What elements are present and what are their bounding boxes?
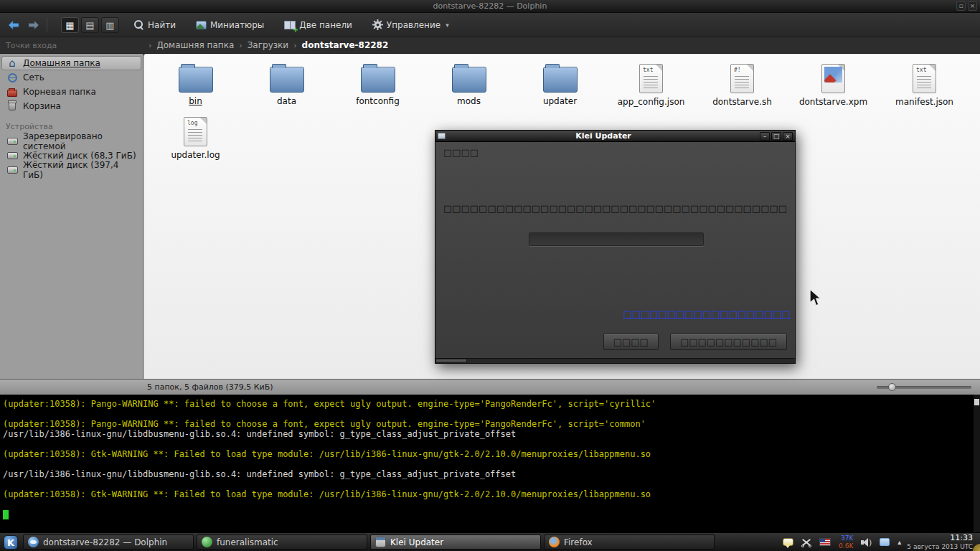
zoom-slider[interactable]: [877, 386, 971, 389]
task-dolphin[interactable]: dontstarve-82282 — Dolphin: [23, 534, 194, 550]
back-button[interactable]: [4, 17, 23, 34]
task-firefox[interactable]: Firefox: [544, 534, 715, 550]
terminal-line: (updater:10358): Pango-WARNING **: faile…: [3, 419, 971, 429]
dialog-status-message: □□□□□□□□□□□□□□□□□□□□□□□□□□□□□□□□□□□□□□□: [435, 203, 795, 214]
dolphin-subbar: Точки входа › Домашняя папка › Загрузки …: [0, 37, 980, 54]
klei-dialog-titlebar[interactable]: Klei Updater – □ ×: [435, 131, 795, 142]
terminal-line: (updater:10358): Gtk-WARNING **: Failed …: [3, 489, 971, 499]
dialog-body: □□□□ □□□□□□□□□□□□□□□□□□□□□□□□□□□□□□□□□□□…: [435, 142, 795, 363]
control-button-label: Управление: [387, 20, 440, 30]
status-summary: 5 папок, 5 файлов (379,5 КиБ): [147, 382, 273, 392]
tray-expand-icon[interactable]: ▴: [897, 538, 901, 546]
window-close-button[interactable]: ×: [968, 1, 977, 11]
folder-icon: [270, 67, 304, 93]
breadcrumb-home[interactable]: Домашняя папка: [156, 40, 234, 50]
home-icon: ⌂: [6, 58, 18, 68]
terminal-line: [3, 409, 971, 419]
file-folder-updater[interactable]: updater: [514, 62, 606, 116]
split-view-button[interactable]: Две панели: [279, 18, 357, 32]
hard-disk-icon: [7, 152, 18, 159]
forward-button[interactable]: [24, 17, 43, 34]
terminal-panel[interactable]: (updater:10358): Pango-WARNING **: faile…: [0, 395, 980, 532]
icons-view-button[interactable]: ▦: [61, 17, 79, 33]
dialog-minimize-button[interactable]: –: [760, 132, 770, 141]
control-button[interactable]: Управление ▾: [367, 17, 454, 32]
file-app-config-json[interactable]: txt app_config.json: [606, 62, 697, 116]
dialog-title: Klei Updater: [448, 131, 758, 141]
dialog-link[interactable]: □□□□□□□□□□□□□□□□□□□: [623, 309, 791, 319]
thumbnails-button[interactable]: Миниатюры: [191, 18, 269, 32]
terminal-line: [3, 459, 971, 469]
chevron-separator-icon: ›: [293, 41, 296, 50]
dolphin-titlebar[interactable]: dontstarve-82282 — Dolphin ▫ ×: [0, 0, 980, 13]
klei-updater-dialog: Klei Updater – □ × □□□□ □□□□□□□□□□□□□□□□…: [435, 130, 796, 364]
klipper-scissors-icon[interactable]: [801, 537, 811, 547]
dialog-header-label: □□□□: [443, 147, 479, 158]
dolphin-toolbar: ▦ ▤ ▥ Найти Миниатюры Две панели: [0, 13, 980, 37]
klei-updater-icon: [375, 537, 386, 547]
toolbar-separator: [47, 18, 47, 32]
dialog-horizontal-scrollbar[interactable]: [435, 358, 795, 363]
file-folder-fontconfig[interactable]: fontconfig: [332, 62, 423, 116]
terminal-scrollbar-handle[interactable]: [974, 399, 979, 405]
script-file-icon: #!: [730, 64, 754, 93]
file-dontstarve-sh[interactable]: #! dontstarve.sh: [697, 62, 788, 116]
display-tray-icon[interactable]: [880, 538, 890, 546]
dialog-button-secondary[interactable]: □□□□□□□□□□□: [670, 334, 787, 350]
folder-icon: [543, 67, 578, 93]
find-button-label: Найти: [148, 20, 176, 30]
chevron-separator-icon: ›: [239, 41, 242, 50]
details-view-button[interactable]: ▥: [101, 17, 119, 33]
window-title: dontstarve-82282 — Dolphin: [433, 1, 547, 11]
sidebar-item-root[interactable]: Корневая папка: [1, 85, 141, 99]
terminal-line: (updater:10358): Pango-WARNING **: faile…: [3, 399, 971, 409]
dialog-maximize-button[interactable]: □: [771, 132, 781, 141]
network-up-speed: 37K: [839, 534, 853, 542]
places-panel: ⌂ Домашняя папка Сеть Корневая папка Кор…: [0, 54, 143, 379]
kmenu-button[interactable]: K: [0, 533, 22, 551]
file-dontstarve-xpm[interactable]: dontstarve.xpm: [788, 62, 879, 116]
compact-view-button[interactable]: ▤: [81, 17, 99, 33]
hard-disk-icon: [7, 138, 18, 145]
terminal-line: /usr/lib/i386-linux-gnu/libdbusmenu-glib…: [3, 429, 971, 439]
find-button[interactable]: Найти: [129, 18, 181, 32]
file-updater-log[interactable]: log updater.log: [150, 116, 241, 169]
dialog-button-primary[interactable]: □□□□: [603, 334, 659, 350]
sidebar-item-home[interactable]: ⌂ Домашняя папка: [1, 56, 141, 70]
sidebar-item-trash[interactable]: Корзина: [1, 99, 141, 113]
split-view-icon: [284, 21, 296, 29]
task-klei-updater[interactable]: Klei Updater: [370, 534, 541, 550]
file-manifest-json[interactable]: txt manifest.json: [879, 62, 970, 116]
window-menu-button[interactable]: ▫: [956, 1, 966, 11]
firefox-icon: [549, 537, 560, 547]
network-monitor[interactable]: 37K 0.6K: [839, 534, 853, 550]
sidebar-item-network[interactable]: Сеть: [1, 70, 141, 85]
file-folder-mods[interactable]: mods: [423, 62, 514, 116]
task-funeralismatic[interactable]: funeralismatic: [197, 534, 367, 550]
clock-time: 11:33: [907, 534, 973, 543]
dialog-scrollbar-handle[interactable]: [435, 359, 467, 363]
folder-icon: [179, 67, 213, 93]
volume-icon[interactable]: ): [861, 537, 872, 547]
gear-icon: [372, 19, 383, 30]
system-tray: 37K 0.6K ) ▴: [777, 534, 907, 550]
log-file-icon: log: [184, 117, 207, 146]
terminal-line: [3, 479, 971, 489]
keyboard-layout-flag-icon[interactable]: [819, 538, 831, 546]
sidebar-item-system-reserved[interactable]: Зарезервировано системой: [1, 134, 141, 149]
dialog-close-button[interactable]: ×: [783, 132, 793, 141]
zoom-slider-handle[interactable]: [888, 383, 896, 391]
file-folder-data[interactable]: data: [241, 62, 332, 116]
breadcrumb-downloads[interactable]: Загрузки: [248, 40, 289, 50]
clock[interactable]: 11:33 5 августа 2013 UTC: [907, 534, 980, 550]
thumbnails-button-label: Миниатюры: [210, 20, 264, 30]
chevron-down-icon: ▾: [446, 22, 449, 29]
file-folder-bin[interactable]: bin: [150, 62, 241, 116]
messenger-tray-icon[interactable]: [783, 538, 793, 546]
mouse-cursor: [809, 288, 825, 309]
terminal-scrollbar[interactable]: [974, 395, 980, 532]
sidebar-item-disk-397gib[interactable]: Жёсткий диск (397,4 ГиБ): [1, 163, 141, 177]
folder-icon: [361, 67, 395, 93]
forward-arrow-icon: [27, 20, 40, 30]
kmenu-icon: K: [4, 535, 18, 550]
